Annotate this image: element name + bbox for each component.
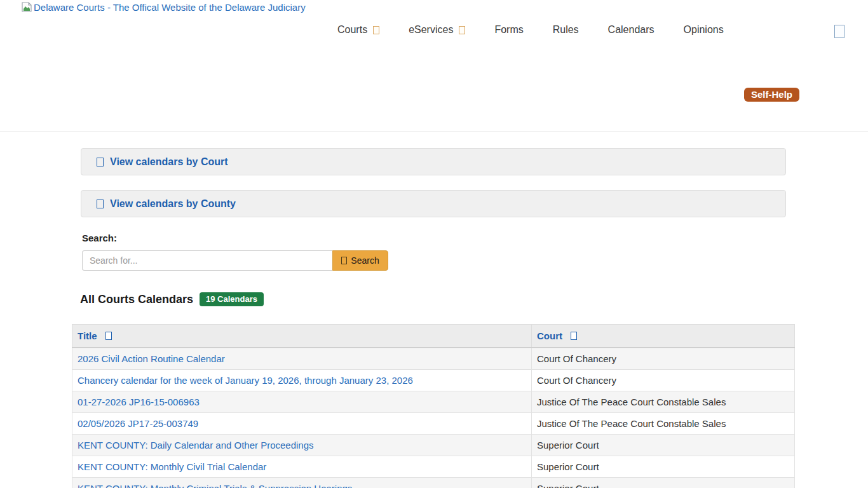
court-cell: Justice Of The Peace Court Constable Sal… xyxy=(532,413,795,435)
page-title: All Courts Calendars xyxy=(80,293,193,306)
calendar-link[interactable]: 01-27-2026 JP16-15-006963 xyxy=(78,396,200,407)
table-row: 01-27-2026 JP16-15-006963 Justice Of The… xyxy=(72,391,795,413)
table-row: KENT COUNTY: Monthly Civil Trial Calenda… xyxy=(72,456,795,478)
court-cell: Superior Court xyxy=(532,435,795,456)
calendars-table: Title Court 2026 Civil Action Routine Ca… xyxy=(72,324,795,488)
sort-icon xyxy=(105,332,112,340)
column-header-court[interactable]: Court xyxy=(532,325,795,348)
calendar-link[interactable]: Chancery calendar for the week of Januar… xyxy=(78,375,413,386)
nav-item-calendars[interactable]: Calendars xyxy=(608,24,654,36)
search-label: Search: xyxy=(82,233,786,243)
nav-label: eServices xyxy=(409,24,453,36)
court-cell: Superior Court xyxy=(532,478,795,488)
table-row: Chancery calendar for the week of Januar… xyxy=(72,370,795,391)
calendar-count-badge: 19 Calendars xyxy=(200,292,264,306)
court-cell: Court Of Chancery xyxy=(532,348,795,370)
court-cell: Justice Of The Peace Court Constable Sal… xyxy=(532,391,795,413)
magnifier-icon xyxy=(341,257,347,264)
broken-image-icon xyxy=(21,1,32,13)
table-row: 02/05/2026 JP17-25-003749 Justice Of The… xyxy=(72,413,795,435)
calendar-link[interactable]: KENT COUNTY: Monthly Criminal Trials & S… xyxy=(78,483,352,488)
nav-item-forms[interactable]: Forms xyxy=(494,24,523,36)
column-header-label: Title xyxy=(78,330,97,341)
calendar-link[interactable]: 2026 Civil Action Routine Calendar xyxy=(78,353,225,364)
chevron-down-icon xyxy=(459,26,465,34)
site-header: Delaware Courts - The Offical Website of… xyxy=(0,0,868,132)
column-header-title[interactable]: Title xyxy=(72,325,532,348)
sort-icon xyxy=(571,332,577,340)
nav-item-opinions[interactable]: Opinions xyxy=(684,24,724,36)
calendar-link[interactable]: 02/05/2026 JP17-25-003749 xyxy=(78,418,198,429)
search-button-label: Search xyxy=(351,255,379,266)
search-block: Search: Search xyxy=(82,233,786,271)
accordion-view-by-court[interactable]: View calendars by Court xyxy=(81,148,786,175)
nav-label: Courts xyxy=(337,24,367,36)
nav-item-courts[interactable]: Courts xyxy=(337,24,379,36)
nav-label: Calendars xyxy=(608,24,654,36)
calendar-icon xyxy=(97,158,104,166)
table-row: KENT COUNTY: Monthly Criminal Trials & S… xyxy=(72,478,795,488)
search-input[interactable] xyxy=(82,250,332,271)
accordion-label: View calendars by County xyxy=(110,198,236,210)
nav-item-rules[interactable]: Rules xyxy=(553,24,579,36)
section-heading-row: All Courts Calendars 19 Calendars xyxy=(80,292,795,306)
nav-item-eservices[interactable]: eServices xyxy=(409,24,465,36)
table-header-row: Title Court xyxy=(72,325,795,348)
logo-alt-text: Delaware Courts - The Offical Website of… xyxy=(34,2,306,13)
column-header-label: Court xyxy=(537,330,562,341)
table-row: KENT COUNTY: Daily Calendar and Other Pr… xyxy=(72,435,795,456)
calendar-link[interactable]: KENT COUNTY: Daily Calendar and Other Pr… xyxy=(78,440,314,451)
main-nav: Courts eServices Forms Rules Calendars O… xyxy=(337,24,724,36)
search-group: Search xyxy=(82,250,388,271)
accordion-view-by-county[interactable]: View calendars by County xyxy=(81,190,786,217)
nav-label: Opinions xyxy=(684,24,724,36)
court-cell: Superior Court xyxy=(532,456,795,478)
map-icon xyxy=(97,200,104,208)
site-logo-link[interactable]: Delaware Courts - The Offical Website of… xyxy=(21,1,306,13)
chevron-down-icon xyxy=(373,26,379,34)
search-icon[interactable] xyxy=(834,25,844,38)
nav-label: Forms xyxy=(494,24,523,36)
accordion-label: View calendars by Court xyxy=(110,156,228,168)
self-help-button[interactable]: Self-Help xyxy=(744,88,799,102)
search-button[interactable]: Search xyxy=(332,250,388,271)
table-row: 2026 Civil Action Routine Calendar Court… xyxy=(72,348,795,370)
calendar-link[interactable]: KENT COUNTY: Monthly Civil Trial Calenda… xyxy=(78,461,266,472)
nav-label: Rules xyxy=(553,24,579,36)
court-cell: Court Of Chancery xyxy=(532,370,795,391)
main-content: View calendars by Court View calendars b… xyxy=(72,148,795,488)
